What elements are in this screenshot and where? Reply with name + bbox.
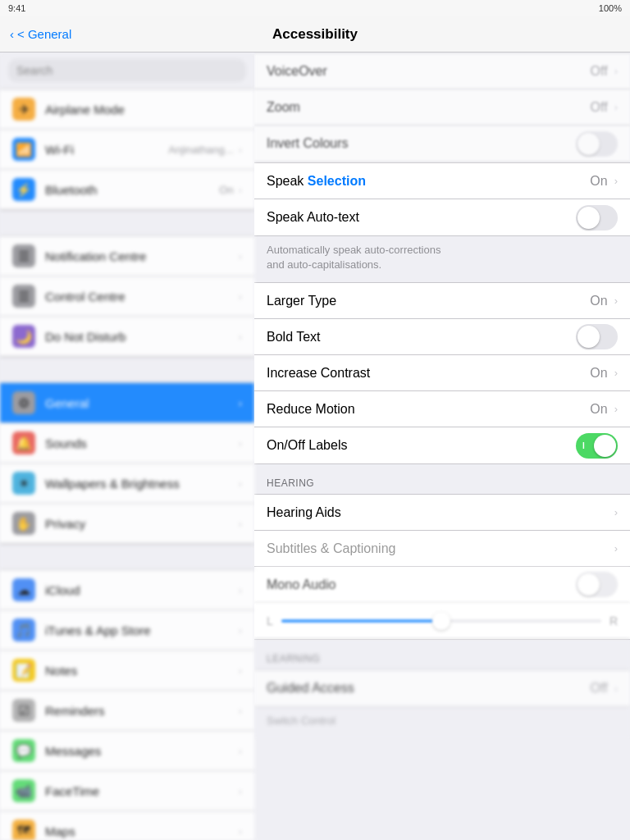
speak-autotext-description: Automatically speak auto-correctionsand … bbox=[254, 236, 630, 282]
slider-fill bbox=[281, 619, 441, 623]
bold-text-label: Bold Text bbox=[267, 330, 576, 345]
sidebar-dnd-label: Do Not Disturb bbox=[45, 330, 239, 344]
bluetooth-icon: ⚡ bbox=[12, 178, 35, 201]
sidebar-item-airplane[interactable]: ✈ Airplane Mode bbox=[0, 89, 254, 130]
wifi-icon: 📶 bbox=[12, 138, 35, 161]
speak-autotext-row[interactable]: Speak Auto-text bbox=[254, 199, 630, 235]
on-off-labels-knob bbox=[594, 435, 616, 457]
sidebar-item-reminders[interactable]: ☑ Reminders › bbox=[0, 691, 254, 731]
sidebar-privacy-label: Privacy bbox=[45, 517, 239, 531]
sidebar-item-bluetooth-label: Bluetooth bbox=[45, 183, 219, 197]
sidebar-wallpaper-label: Wallpapers & Brightness bbox=[45, 477, 239, 491]
subtitles-label: Subtitles & Captioning bbox=[267, 541, 614, 556]
vision-settings-group: VoiceOver Off › Zoom Off › Invert Colour… bbox=[254, 52, 630, 162]
mono-audio-knob bbox=[578, 573, 600, 596]
bluetooth-chevron: › bbox=[239, 184, 242, 196]
voiceover-chevron: › bbox=[614, 65, 618, 77]
general-icon: ⚙ bbox=[12, 391, 35, 414]
sidebar-system-group: ☰ Notification Centre › ☰ Control Centre… bbox=[0, 235, 254, 358]
sidebar-item-messages[interactable]: 💬 Messages › bbox=[0, 731, 254, 771]
zoom-row[interactable]: Zoom Off › bbox=[254, 89, 630, 126]
speak-autotext-label: Speak Auto-text bbox=[267, 210, 576, 225]
sidebar-item-general[interactable]: ⚙ General › bbox=[0, 383, 254, 423]
sidebar-sounds-label: Sounds bbox=[45, 436, 239, 450]
switch-control-label: Switch Control bbox=[254, 707, 630, 738]
dnd-icon: 🌙 bbox=[12, 325, 35, 348]
nav-back-label: < General bbox=[17, 27, 71, 41]
bold-text-row[interactable]: Bold Text bbox=[254, 319, 630, 355]
speak-settings-block: Speak Selection On › Speak Auto-text bbox=[254, 162, 630, 236]
sidebar: ✈ Airplane Mode 📶 Wi-Fi Anjinathang... ›… bbox=[0, 52, 254, 840]
sidebar-item-notes[interactable]: 📝 Notes › bbox=[0, 651, 254, 691]
toggle-on-label: I bbox=[582, 441, 585, 450]
slider-thumb bbox=[432, 612, 450, 630]
sidebar-control-label: Control Centre bbox=[45, 290, 239, 304]
larger-type-chevron: › bbox=[614, 294, 618, 307]
voiceover-label: VoiceOver bbox=[267, 64, 591, 79]
sidebar-itunes-label: iTunes & App Store bbox=[45, 623, 239, 637]
bold-text-toggle[interactable] bbox=[576, 324, 618, 349]
sidebar-facetime-label: FaceTime bbox=[45, 784, 239, 798]
status-right: 100% bbox=[599, 3, 622, 13]
mono-audio-row[interactable]: Mono Audio bbox=[254, 567, 630, 603]
speak-selection-value: On bbox=[590, 174, 607, 189]
hearing-section-header: HEARING bbox=[254, 464, 630, 494]
sidebar-item-privacy[interactable]: ✋ Privacy › bbox=[0, 504, 254, 544]
sidebar-item-notifications[interactable]: ☰ Notification Centre › bbox=[0, 236, 254, 276]
audio-balance-row: L R bbox=[254, 603, 630, 639]
speak-selection-label: Speak Selection bbox=[267, 174, 590, 189]
notes-icon: 📝 bbox=[12, 659, 35, 682]
sidebar-divider-2 bbox=[0, 358, 254, 382]
speak-autotext-toggle[interactable] bbox=[576, 205, 618, 231]
on-off-labels-toggle[interactable]: I bbox=[576, 433, 618, 459]
sidebar-item-bluetooth[interactable]: ⚡ Bluetooth On › bbox=[0, 170, 254, 210]
voiceover-row[interactable]: VoiceOver Off › bbox=[254, 53, 630, 89]
speak-autotext-knob bbox=[578, 207, 600, 229]
nav-back-button[interactable]: ‹ < General bbox=[10, 27, 71, 41]
larger-type-row[interactable]: Larger Type On › bbox=[254, 283, 630, 319]
learning-settings-group: Guided Access Off › bbox=[254, 669, 630, 707]
sidebar-item-wifi[interactable]: 📶 Wi-Fi Anjinathang... › bbox=[0, 130, 254, 170]
speak-group: Speak Selection On › Speak Auto-text Aut… bbox=[254, 162, 630, 282]
subtitles-row[interactable]: Subtitles & Captioning › bbox=[254, 531, 630, 567]
sidebar-item-icloud[interactable]: ☁ iCloud › bbox=[0, 570, 254, 610]
larger-type-label: Larger Type bbox=[267, 294, 590, 308]
increase-contrast-row[interactable]: Increase Contrast On › bbox=[254, 355, 630, 391]
zoom-label: Zoom bbox=[267, 100, 591, 115]
reduce-motion-chevron: › bbox=[614, 403, 618, 415]
hearing-aids-label: Hearing Aids bbox=[267, 505, 614, 520]
reduce-motion-row[interactable]: Reduce Motion On › bbox=[254, 391, 630, 427]
display-settings-group: Larger Type On › Bold Text Increase Cont… bbox=[254, 282, 630, 464]
wallpaper-icon: ☀ bbox=[12, 472, 35, 495]
slider-left-icon: L bbox=[267, 614, 273, 628]
sidebar-item-wifi-label: Wi-Fi bbox=[45, 143, 168, 157]
sidebar-item-control[interactable]: ☰ Control Centre › bbox=[0, 276, 254, 317]
learning-section: LEARNING Guided Access Off › Switch Cont… bbox=[254, 640, 630, 738]
guided-access-row[interactable]: Guided Access Off › bbox=[254, 670, 630, 706]
sidebar-item-wallpaper[interactable]: ☀ Wallpapers & Brightness › bbox=[0, 463, 254, 504]
zoom-value: Off bbox=[591, 100, 608, 115]
invert-colours-row[interactable]: Invert Colours bbox=[254, 126, 630, 162]
speak-selection-chevron: › bbox=[614, 175, 618, 187]
main-layout: ✈ Airplane Mode 📶 Wi-Fi Anjinathang... ›… bbox=[0, 52, 630, 840]
larger-type-value: On bbox=[590, 294, 607, 308]
notifications-icon: ☰ bbox=[12, 244, 35, 267]
on-off-labels-row[interactable]: On/Off Labels I bbox=[254, 427, 630, 463]
speak-selection-row[interactable]: Speak Selection On › bbox=[254, 163, 630, 199]
hearing-aids-row[interactable]: Hearing Aids › bbox=[254, 495, 630, 531]
nav-title: Accessibility bbox=[272, 26, 358, 43]
mono-audio-toggle[interactable] bbox=[576, 572, 618, 597]
sidebar-notes-label: Notes bbox=[45, 664, 239, 678]
sidebar-item-facetime[interactable]: 📹 FaceTime › bbox=[0, 771, 254, 811]
sidebar-item-sounds[interactable]: 🔔 Sounds › bbox=[0, 423, 254, 463]
sidebar-item-maps[interactable]: 🗺 Maps › bbox=[0, 811, 254, 840]
slider-right-icon: R bbox=[609, 614, 618, 628]
invert-colours-toggle[interactable] bbox=[576, 131, 618, 157]
search-input[interactable] bbox=[8, 59, 246, 82]
guided-access-value: Off bbox=[591, 681, 608, 696]
invert-colours-toggle-knob bbox=[578, 133, 600, 155]
sidebar-item-itunes[interactable]: 🎵 iTunes & App Store › bbox=[0, 610, 254, 651]
audio-balance-track[interactable] bbox=[281, 619, 601, 623]
sidebar-maps-label: Maps bbox=[45, 824, 239, 838]
sidebar-item-dnd[interactable]: 🌙 Do Not Disturb › bbox=[0, 317, 254, 357]
